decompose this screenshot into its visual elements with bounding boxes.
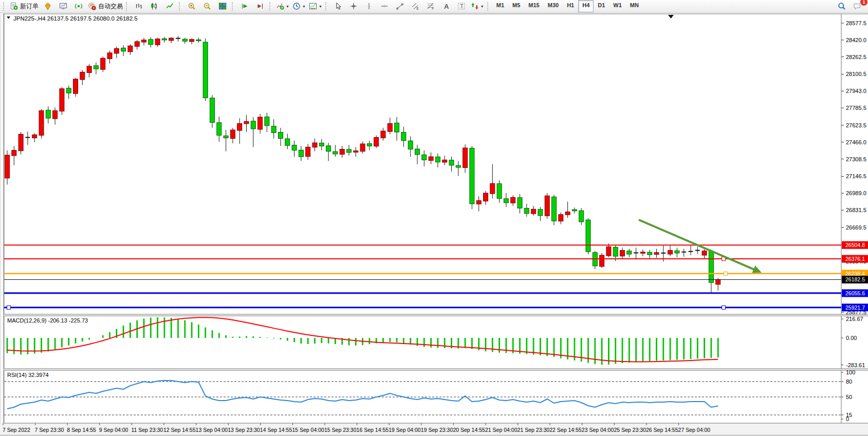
price-tag-26504.8: 26504.8: [842, 241, 868, 249]
toolbar-separator: [179, 2, 181, 11]
chevron-down-icon: ▼: [319, 5, 322, 8]
text-button[interactable]: A: [438, 0, 454, 12]
svg-text:27466.0: 27466.0: [846, 139, 866, 145]
crosshair-button[interactable]: [346, 0, 361, 12]
svg-text:27 Sep 04:00: 27 Sep 04:00: [678, 427, 711, 433]
signals-button[interactable]: [71, 0, 86, 12]
metatrader-window: 新订单自动交易▼▼▼EFAT▼M1M5M15M30H1H4D1W1MN1 285…: [0, 0, 868, 436]
svg-text:9 Sep 04:00: 9 Sep 04:00: [99, 427, 128, 433]
candlestick-chart-icon: [150, 2, 158, 10]
svg-text:20 Sep 14:55: 20 Sep 14:55: [453, 427, 485, 433]
bar-chart-button[interactable]: [131, 0, 146, 12]
zoom-out-button[interactable]: [199, 0, 215, 12]
crosshair-icon: [349, 2, 358, 10]
metaeditor-button[interactable]: [40, 0, 56, 12]
templates-button[interactable]: ▼: [307, 0, 324, 12]
zoom-in-button[interactable]: [184, 0, 199, 12]
periods-button[interactable]: ▼: [291, 0, 307, 12]
auto-scroll-button[interactable]: [237, 0, 252, 12]
horizontal-line-button[interactable]: [377, 0, 392, 12]
svg-text:26989.0: 26989.0: [846, 190, 866, 196]
svg-text:26831.5: 26831.5: [846, 207, 866, 213]
bar-chart-icon: [135, 2, 143, 10]
chart-stage[interactable]: 28577.528420.028262.528100.527943.027785…: [0, 13, 868, 436]
svg-text:50: 50: [846, 394, 852, 400]
svg-text:A: A: [444, 3, 449, 10]
tf-m15-button[interactable]: M15: [524, 0, 543, 12]
candlestick-chart-button[interactable]: [146, 0, 162, 12]
market-watch-button[interactable]: [56, 0, 71, 12]
zoom-in-icon: [188, 2, 196, 10]
chat-button[interactable]: 1: [849, 0, 865, 12]
notification-badge: 1: [860, 0, 868, 6]
svg-text:80: 80: [846, 378, 852, 385]
price-panel[interactable]: [4, 14, 841, 314]
cursor-button[interactable]: [330, 0, 346, 12]
svg-text:19 Sep 04:00: 19 Sep 04:00: [389, 427, 421, 433]
chevron-down-icon: ▼: [286, 5, 289, 8]
svg-text:26376.1: 26376.1: [845, 256, 865, 262]
arrows-button[interactable]: ▼: [469, 0, 486, 12]
equidistant-channel-icon: E: [411, 2, 419, 10]
svg-text:27146.5: 27146.5: [846, 173, 866, 179]
svg-text:E: E: [416, 7, 419, 10]
search-button[interactable]: [834, 0, 849, 12]
tf-mn-button[interactable]: MN: [626, 0, 643, 12]
svg-text:0.00: 0.00: [846, 335, 857, 341]
line-chart-button[interactable]: [162, 0, 177, 12]
svg-text:26504.8: 26504.8: [845, 242, 865, 248]
indicators-button[interactable]: ▼: [274, 0, 291, 12]
svg-text:F: F: [432, 7, 434, 10]
svg-text:23 Sep 04:00: 23 Sep 04:00: [582, 427, 614, 433]
main-toolbar: 新订单自动交易▼▼▼EFAT▼M1M5M15M30H1H4D1W1MN1: [0, 0, 868, 13]
tile-windows-icon: [218, 2, 227, 10]
new-order-label: 新订单: [20, 2, 39, 11]
line-chart-icon: [165, 2, 174, 10]
svg-text:T: T: [460, 3, 464, 9]
tf-m30-button[interactable]: M30: [544, 0, 563, 12]
equidistant-channel-button[interactable]: E: [408, 0, 423, 12]
auto-trading-button[interactable]: 自动交易: [86, 0, 124, 12]
svg-text:27785.5: 27785.5: [846, 105, 866, 111]
svg-text:-283.61: -283.61: [846, 362, 865, 368]
auto-trading-label: 自动交易: [98, 2, 123, 11]
svg-text:19 Sep 23:30: 19 Sep 23:30: [421, 427, 453, 433]
toolbar-separator: [232, 2, 234, 11]
svg-text:15 Sep 04:00: 15 Sep 04:00: [292, 427, 324, 433]
trendline-button[interactable]: [392, 0, 408, 12]
chart-canvas[interactable]: 28577.528420.028262.528100.527943.027785…: [0, 13, 868, 436]
signals-icon: [75, 2, 83, 10]
svg-text:26055.6: 26055.6: [845, 290, 865, 296]
chevron-down-icon: ▼: [302, 5, 306, 8]
svg-text:27308.5: 27308.5: [846, 156, 866, 162]
tf-h1-button[interactable]: H1: [563, 0, 578, 12]
svg-text:8 Sep 14:55: 8 Sep 14:55: [67, 427, 96, 433]
svg-text:13 Sep 04:00: 13 Sep 04:00: [196, 427, 228, 433]
horizontal-line-icon: [380, 2, 389, 10]
svg-text:26182.5: 26182.5: [845, 276, 865, 282]
templates-icon: [309, 2, 317, 10]
svg-text:13 Sep 23:30: 13 Sep 23:30: [228, 427, 260, 433]
text-label-button[interactable]: T: [454, 0, 469, 12]
tf-h4-button[interactable]: H4: [578, 0, 594, 12]
tf-w1-button[interactable]: W1: [609, 0, 626, 12]
svg-text:7 Sep 23:30: 7 Sep 23:30: [35, 427, 64, 433]
tf-m5-button[interactable]: M5: [508, 0, 524, 12]
tile-windows-button[interactable]: [215, 0, 230, 12]
auto-scroll-icon: [241, 2, 249, 10]
svg-text:27623.5: 27623.5: [846, 122, 866, 128]
svg-text:21 Sep 04:00: 21 Sep 04:00: [485, 427, 518, 433]
new-order-button[interactable]: 新订单: [8, 0, 40, 12]
fibonacci-button[interactable]: F: [423, 0, 438, 12]
toolbar-separator: [3, 2, 6, 11]
chart-shift-button[interactable]: [252, 0, 268, 12]
macd-label: MACD(12,26,9) -206.13 -225.73: [7, 317, 88, 324]
vertical-line-button[interactable]: [361, 0, 377, 12]
toolbar-separator: [269, 2, 272, 11]
tf-d1-button[interactable]: D1: [594, 0, 609, 12]
svg-text:28420.0: 28420.0: [846, 37, 866, 43]
svg-text:0: 0: [846, 416, 849, 422]
price-tag-26376.1: 26376.1: [842, 255, 868, 263]
tf-m1-button[interactable]: M1: [492, 0, 508, 12]
svg-text:26669.5: 26669.5: [846, 224, 866, 231]
